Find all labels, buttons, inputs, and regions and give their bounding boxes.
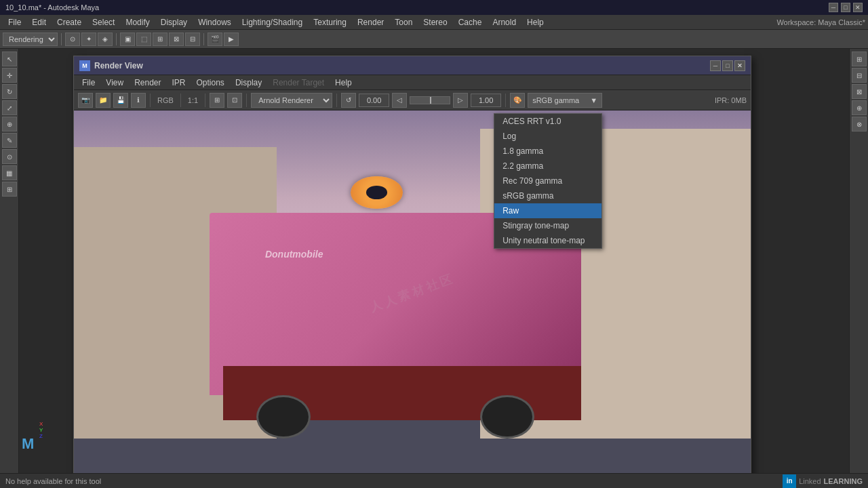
color-select-arrow: ▼: [590, 96, 597, 104]
rv-tb-snapshot[interactable]: 📷: [78, 93, 93, 108]
dd-22gamma[interactable]: 2.2 gamma: [494, 159, 601, 174]
tb-icon-8[interactable]: ⊟: [185, 33, 200, 46]
rv-menu-display[interactable]: Display: [230, 77, 267, 89]
maximize-button[interactable]: □: [841, 3, 850, 12]
color-select-container: sRGB gamma ▼ ACES RRT v1.0 Log 1.8 gamma…: [528, 93, 602, 108]
menu-bar: File Edit Create Select Modify Display W…: [0, 15, 868, 30]
rv-tb-info[interactable]: ℹ: [131, 93, 146, 108]
tool7[interactable]: ⊙: [2, 149, 17, 164]
gamma-input[interactable]: [471, 94, 501, 107]
rv-titlebar: M Render View ─ □ ✕: [74, 56, 751, 75]
menu-render[interactable]: Render: [352, 16, 389, 28]
color-transform-dropdown: ACES RRT v1.0 Log 1.8 gamma 2.2 gamma Re…: [494, 113, 602, 249]
rv-tb-save[interactable]: 💾: [113, 93, 128, 108]
tb-icon-render[interactable]: 🎬: [208, 33, 222, 46]
tool8[interactable]: ▦: [2, 165, 17, 180]
rv-sep1: [150, 94, 151, 107]
rv-menu-ipr[interactable]: IPR: [167, 77, 191, 89]
rv-menu-help[interactable]: Help: [330, 77, 357, 89]
right-sidebar: ⊞ ⊟ ⊠ ⊕ ⊗: [849, 49, 868, 473]
close-button[interactable]: ✕: [853, 3, 863, 12]
tb-icon-6[interactable]: ⊞: [153, 33, 167, 46]
tb-icon-1[interactable]: ⊙: [65, 33, 80, 46]
rv-image-area: Donutmobile 人人素材社区: [74, 110, 751, 473]
rv-tb-open[interactable]: 📁: [96, 93, 111, 108]
dd-rec709[interactable]: Rec 709 gamma: [494, 174, 601, 188]
move-tool[interactable]: ✛: [2, 68, 17, 83]
dd-18gamma[interactable]: 1.8 gamma: [494, 144, 601, 159]
menu-toon[interactable]: Toon: [389, 16, 418, 28]
rv-tb-slider-left[interactable]: ◁: [392, 93, 407, 108]
tool5[interactable]: ⊕: [2, 117, 17, 131]
tb-icon-7[interactable]: ⊠: [169, 33, 184, 46]
truck-wheel-right: [480, 395, 534, 439]
menu-file[interactable]: File: [3, 16, 26, 28]
rs-btn5[interactable]: ⊗: [852, 117, 867, 131]
rv-title-controls: ─ □ ✕: [710, 60, 745, 71]
menu-arnold[interactable]: Arnold: [487, 16, 521, 28]
rv-maximize[interactable]: □: [722, 60, 733, 71]
rv-sep3: [205, 94, 205, 107]
rv-menu-render-target[interactable]: Render Target: [267, 77, 330, 89]
title-bar-controls: ─ □ ✕: [829, 3, 863, 12]
menu-stereo[interactable]: Stereo: [418, 16, 452, 28]
menu-display[interactable]: Display: [155, 16, 193, 28]
menu-help[interactable]: Help: [521, 16, 549, 28]
color-select-label: sRGB gamma: [532, 96, 579, 104]
rv-tb-resize2[interactable]: ⊡: [227, 93, 242, 108]
tb-icon-4[interactable]: ▣: [120, 33, 135, 46]
rs-btn2[interactable]: ⊟: [852, 68, 867, 83]
donut: [351, 176, 403, 209]
minimize-button[interactable]: ─: [829, 3, 838, 12]
select-tool[interactable]: ↖: [2, 52, 17, 66]
dd-log[interactable]: Log: [494, 129, 601, 144]
toolbar-separator-3: [203, 33, 204, 45]
menu-create[interactable]: Create: [52, 16, 87, 28]
dd-raw[interactable]: Raw: [494, 203, 601, 218]
menu-texturing[interactable]: Texturing: [308, 16, 352, 28]
dd-srgb[interactable]: sRGB gamma: [494, 188, 601, 203]
rv-tb-refresh[interactable]: ↺: [341, 93, 356, 108]
mode-dropdown[interactable]: Rendering: [3, 33, 58, 46]
tool9[interactable]: ⊞: [2, 182, 17, 197]
menu-windows[interactable]: Windows: [193, 16, 237, 28]
main-layout: ↖ ✛ ↻ ⤢ ⊕ ✎ ⊙ ▦ ⊞ M Render View ─ □ ✕ F: [0, 49, 868, 473]
rv-menu-view[interactable]: View: [100, 77, 129, 89]
rs-btn4[interactable]: ⊕: [852, 100, 867, 115]
tool6[interactable]: ✎: [2, 133, 17, 148]
rv-tb-color-icon[interactable]: 🎨: [510, 93, 525, 108]
menu-edit[interactable]: Edit: [26, 16, 52, 28]
rotate-tool[interactable]: ↻: [2, 84, 17, 99]
tb-icon-5[interactable]: ⬚: [136, 33, 151, 46]
tb-icon-2[interactable]: ✦: [81, 33, 96, 46]
toolbar-separator-2: [116, 33, 117, 45]
rv-title-label: Render View: [94, 61, 143, 70]
dd-aces[interactable]: ACES RRT v1.0: [494, 114, 601, 129]
rv-menu-render[interactable]: Render: [129, 77, 166, 89]
rs-btn3[interactable]: ⊠: [852, 84, 867, 99]
rv-tb-slider-right[interactable]: ▷: [453, 93, 468, 108]
menu-modify[interactable]: Modify: [120, 16, 155, 28]
rv-tb-resize1[interactable]: ⊞: [210, 93, 224, 108]
renderer-select[interactable]: Arnold Renderer: [251, 93, 332, 108]
menu-lighting-shading[interactable]: Lighting/Shading: [237, 16, 308, 28]
menu-cache[interactable]: Cache: [453, 16, 488, 28]
dd-unity[interactable]: Unity neutral tone-map: [494, 233, 601, 248]
rs-btn1[interactable]: ⊞: [852, 52, 867, 66]
tb-icon-render2[interactable]: ▶: [224, 33, 239, 46]
rv-menu-file[interactable]: File: [77, 77, 100, 89]
rv-menu-options[interactable]: Options: [191, 77, 230, 89]
rv-minimize[interactable]: ─: [710, 60, 721, 71]
menu-select[interactable]: Select: [87, 16, 120, 28]
scale-tool[interactable]: ⤢: [2, 100, 17, 115]
rv-close[interactable]: ✕: [734, 60, 745, 71]
linkedin-icon: in: [783, 474, 796, 488]
linked-label: Linked: [799, 477, 821, 485]
exposure-slider[interactable]: [410, 96, 450, 104]
tb-icon-3[interactable]: ◈: [98, 33, 113, 46]
exposure-input[interactable]: [359, 94, 389, 107]
left-sidebar: ↖ ✛ ↻ ⤢ ⊕ ✎ ⊙ ▦ ⊞: [0, 49, 19, 473]
color-select-button[interactable]: sRGB gamma ▼: [528, 93, 602, 108]
channel-label: RGB: [155, 96, 176, 104]
dd-stingray[interactable]: Stingray tone-map: [494, 218, 601, 233]
